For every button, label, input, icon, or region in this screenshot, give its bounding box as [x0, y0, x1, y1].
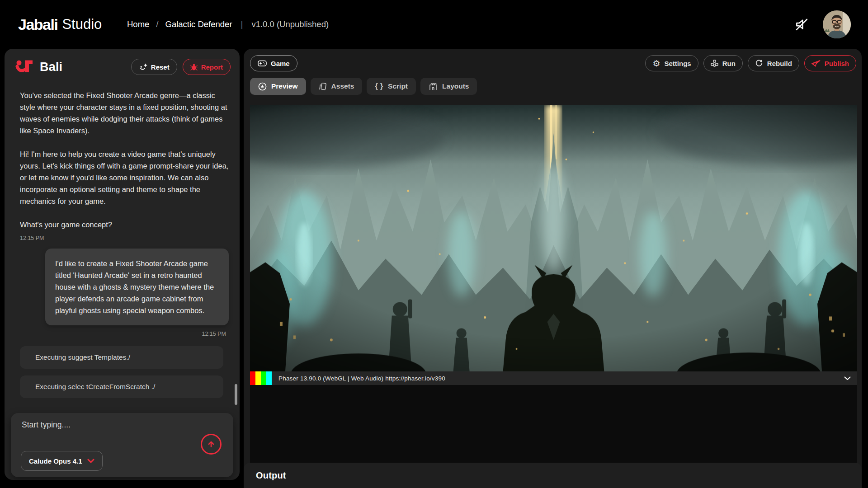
run-button-label: Run — [722, 60, 736, 67]
bali-mascot-icon — [15, 59, 33, 75]
volume-muted-icon[interactable] — [794, 17, 809, 32]
breadcrumb-home-link[interactable]: Home — [127, 19, 149, 29]
console-collapse-button[interactable] — [844, 371, 851, 385]
arrow-up-icon — [206, 439, 216, 449]
phaser-version-text: Phaser 13.90.0 (WebGL | Web Audio) https… — [278, 375, 445, 382]
tab-script-label: Script — [388, 82, 408, 90]
tab-layouts-label: Layouts — [442, 82, 469, 90]
cards-assets-icon — [319, 82, 327, 91]
workspace-toolbar: Game ⚙ Settings Run — [244, 49, 862, 71]
editor-tabs: Preview Assets { } Script Layouts — [244, 71, 862, 95]
breadcrumb: Home / Galactic Defender | v1.0.0 (Unpub… — [127, 0, 329, 49]
chat-panel-title: Bali — [40, 60, 62, 74]
top-navbar: Jabali Studio Home / Galactic Defender |… — [0, 0, 868, 49]
tab-script[interactable]: { } Script — [367, 78, 416, 95]
assistant-message-paragraph: What's your game concept? — [20, 219, 229, 230]
tab-preview[interactable]: Preview — [250, 78, 306, 95]
settings-button[interactable]: ⚙ Settings — [645, 55, 698, 71]
publish-button[interactable]: Publish — [804, 55, 856, 71]
tab-layouts[interactable]: Layouts — [420, 78, 477, 95]
rebuild-button-label: Rebuild — [767, 60, 792, 67]
breadcrumb-divider: | — [241, 19, 243, 29]
header-actions — [794, 0, 851, 49]
assistant-message-timestamp: 12:15 PM — [20, 235, 229, 241]
publish-button-label: Publish — [825, 60, 849, 67]
output-section-header[interactable]: Output — [244, 463, 862, 488]
reset-button-label: Reset — [151, 63, 170, 71]
tool-execution-status: Executing selec tCreateFromScratch ./ — [20, 375, 223, 398]
gamepad-icon — [258, 60, 267, 67]
breadcrumb-project-link[interactable]: Galactic Defender — [165, 19, 232, 29]
assistant-message-paragraph: Hi! I'm here to help you create a video … — [20, 148, 229, 207]
project-version-label: v1.0.0 (Unpublished) — [251, 19, 329, 29]
game-preview-viewport: Phaser 13.90.0 (WebGL | Web Audio) https… — [250, 105, 857, 463]
rebuild-button[interactable]: Rebuild — [748, 55, 799, 71]
chat-scrollbar-thumb[interactable] — [235, 384, 237, 405]
smiley-reset-icon — [139, 63, 147, 71]
user-message-bubble: I'd like to create a Fixed Shooter Arcad… — [45, 249, 229, 325]
game-chip[interactable]: Game — [250, 55, 297, 71]
settings-button-label: Settings — [664, 60, 691, 67]
tool-execution-status: Executing suggest Templates./ — [20, 346, 223, 369]
model-selector-dropdown[interactable]: Calude Opus 4.1 — [21, 451, 103, 471]
chat-message-list: You've selected the Fixed Shooter Arcade… — [5, 82, 240, 408]
message-composer: Calude Opus 4.1 — [11, 413, 233, 477]
circled-star-icon — [258, 82, 267, 91]
bali-chat-panel: Bali Reset — [5, 49, 240, 480]
curly-braces-icon: { } — [375, 82, 383, 90]
refresh-icon — [755, 59, 763, 67]
assistant-message-paragraph: You've selected the Fixed Shooter Arcade… — [20, 89, 229, 136]
game-chip-label: Game — [271, 60, 290, 67]
logo-primary-text: Jabali — [18, 16, 57, 33]
chat-panel-header: Bali Reset — [5, 49, 240, 78]
tab-assets-label: Assets — [331, 82, 354, 90]
toolbar-actions: ⚙ Settings Run R — [645, 55, 856, 71]
assistant-message: You've selected the Fixed Shooter Arcade… — [20, 89, 229, 241]
send-message-button[interactable] — [201, 434, 222, 455]
console-stripe-cyan — [266, 371, 272, 385]
output-title: Output — [256, 470, 286, 481]
logo-secondary-text: Studio — [62, 16, 102, 33]
console-stripe-red — [250, 371, 255, 385]
bug-report-icon — [190, 63, 198, 71]
tab-preview-label: Preview — [271, 82, 298, 90]
report-button-label: Report — [201, 63, 223, 71]
reset-button[interactable]: Reset — [131, 59, 177, 75]
console-stripe-yellow — [255, 371, 261, 385]
model-selector-label: Calude Opus 4.1 — [29, 457, 82, 465]
chat-panel-actions: Reset Report — [131, 59, 231, 75]
console-stripe-green — [261, 371, 266, 385]
tab-assets[interactable]: Assets — [311, 78, 363, 95]
chevron-down-icon — [844, 376, 851, 380]
user-message-timestamp: 12:15 PM — [20, 331, 226, 337]
castle-layouts-icon — [429, 82, 438, 91]
chat-input[interactable] — [22, 420, 194, 441]
run-button[interactable]: Run — [703, 55, 743, 71]
dpad-run-icon — [711, 60, 718, 67]
gear-icon: ⚙ — [652, 59, 660, 68]
chevron-down-icon — [87, 459, 94, 463]
user-avatar[interactable] — [823, 10, 851, 38]
app-logo[interactable]: Jabali Studio — [18, 0, 102, 49]
paper-plane-icon — [811, 60, 821, 67]
breadcrumb-separator: / — [156, 19, 158, 29]
game-workspace-panel: Game ⚙ Settings Run — [244, 49, 862, 488]
phaser-console-bar: Phaser 13.90.0 (WebGL | Web Audio) https… — [250, 371, 857, 385]
report-button[interactable]: Report — [183, 59, 231, 75]
game-preview-canvas[interactable] — [250, 105, 857, 371]
